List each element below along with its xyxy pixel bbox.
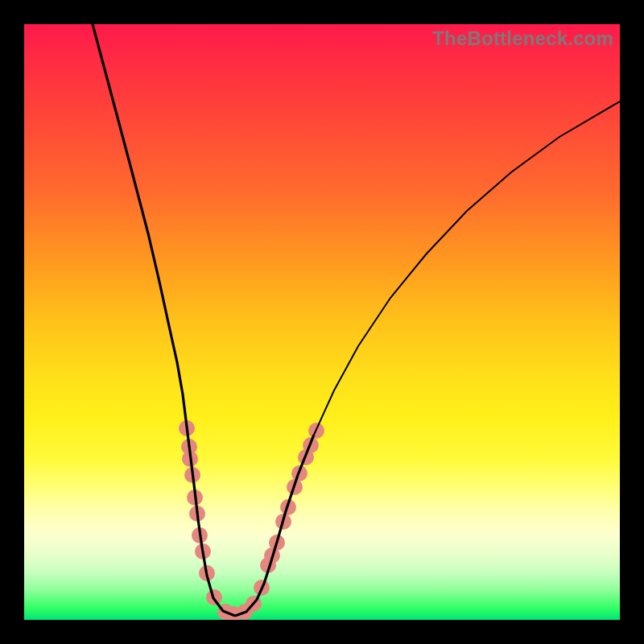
- chart-frame: TheBottleneck.com: [0, 0, 644, 644]
- curve-right-thick: [235, 435, 314, 616]
- data-dots: [179, 420, 324, 620]
- curve-right-thin: [314, 101, 620, 435]
- plot-area: TheBottleneck.com: [24, 24, 620, 620]
- curve-left: [93, 24, 235, 616]
- bottleneck-curve: [24, 24, 620, 620]
